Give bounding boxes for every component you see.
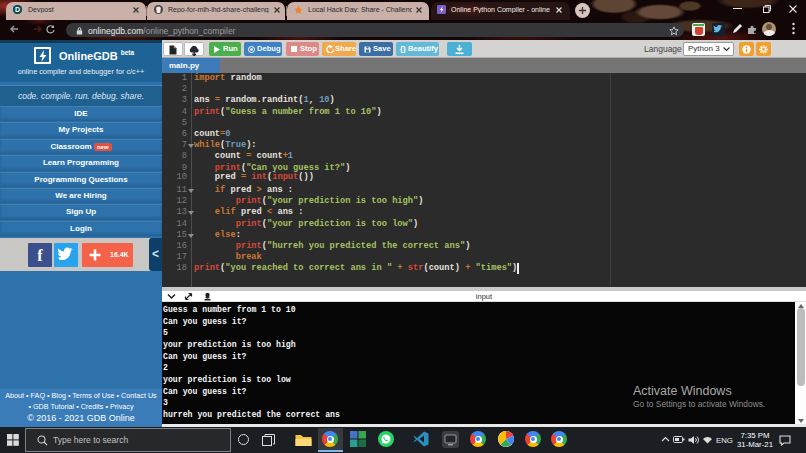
- svg-text:D: D: [15, 6, 20, 13]
